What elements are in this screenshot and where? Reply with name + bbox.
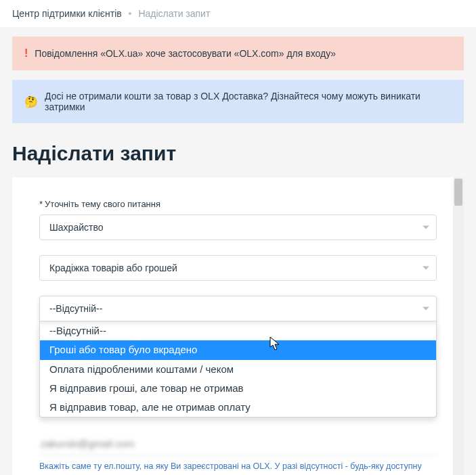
banner-info-text: Досі не отримали кошти за товар з OLX До… bbox=[45, 91, 452, 112]
breadcrumb-root[interactable]: Центр підтримки клієнтів bbox=[12, 8, 122, 19]
detail-option[interactable]: --Відсутній-- bbox=[40, 321, 436, 340]
detail-select-value: --Відсутній-- bbox=[49, 303, 102, 314]
banner-info[interactable]: 🤔 Досі не отримали кошти за товар з OLX … bbox=[12, 80, 464, 123]
subtopic-select-value: Крадіжка товарів або грошей bbox=[49, 263, 177, 273]
detail-option[interactable]: Гроші або товар було вкрадено bbox=[40, 340, 436, 359]
chevron-down-icon bbox=[423, 226, 429, 229]
scrollbar-thumb[interactable] bbox=[454, 179, 462, 206]
chevron-down-icon bbox=[423, 307, 429, 311]
topic-select[interactable]: Шахрайство bbox=[39, 214, 437, 240]
banner-warning-text: Повідомлення «OLX.ua» хоче застосовувати… bbox=[35, 48, 336, 59]
banner-warning[interactable]: ! Повідомлення «OLX.ua» хоче застосовува… bbox=[12, 37, 464, 70]
exclamation-icon: ! bbox=[24, 47, 28, 60]
detail-option[interactable]: Я відправив гроші, але товар не отримав bbox=[40, 379, 436, 398]
chevron-down-icon bbox=[423, 267, 429, 270]
scrollbar-track[interactable] bbox=[453, 177, 464, 475]
detail-option[interactable]: Оплата підробленими коштами / чеком bbox=[40, 360, 436, 379]
subtopic-select[interactable]: Крадіжка товарів або грошей bbox=[39, 255, 437, 281]
required-mark: * bbox=[39, 199, 43, 209]
email-field[interactable]: zakurski@gmail.com bbox=[39, 432, 437, 455]
page-title: Надіслати запит bbox=[12, 142, 464, 165]
topic-select-value: Шахрайство bbox=[49, 222, 104, 233]
breadcrumb-current: Надіслати запит bbox=[138, 8, 210, 19]
topic-label: *Уточніть тему свого питання bbox=[39, 199, 437, 209]
detail-option[interactable]: Я відправив товар, але не отримав оплату bbox=[40, 398, 436, 417]
request-form: *Уточніть тему свого питання Шахрайство … bbox=[12, 177, 464, 475]
detail-select[interactable]: --Відсутній-- bbox=[39, 296, 437, 321]
breadcrumb: Центр підтримки клієнтів • Надіслати зап… bbox=[0, 0, 476, 27]
detail-dropdown: --Відсутній--Гроші або товар було вкраде… bbox=[39, 321, 437, 417]
breadcrumb-separator: • bbox=[129, 8, 132, 19]
email-hint: Вкажіть саме ту ел.пошту, на яку Ви заре… bbox=[39, 461, 437, 473]
thinking-face-icon: 🤔 bbox=[24, 95, 38, 108]
